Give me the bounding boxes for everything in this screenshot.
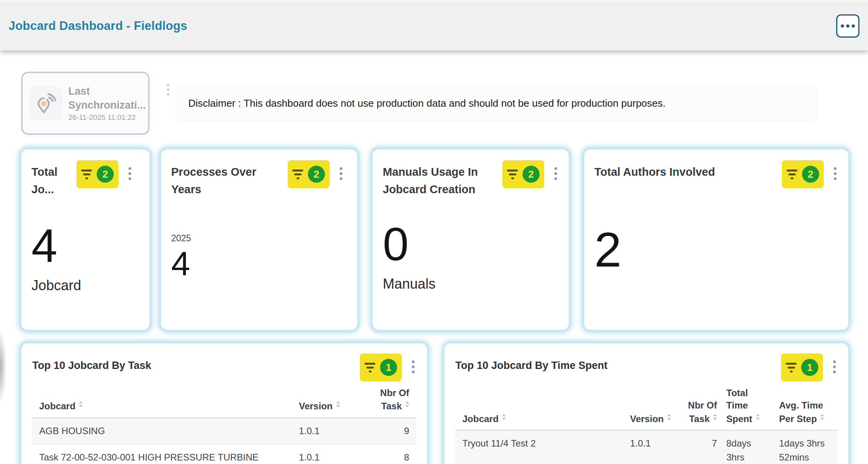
kpi-card-total-jobcard: Total Jo... 2 4 Jobcard (21, 149, 149, 330)
kpi-title: Manuals Usage In Jobcard Creation (383, 160, 502, 198)
cell-version: 1.0.1 (299, 450, 357, 464)
table-row: Tryout 11/4 Test 2 1.0.1 7 8days 3hrs 9m… (455, 431, 837, 464)
kpi-card-total-authors: Total Authors Involved 2 2 (584, 149, 848, 330)
table-row: AGB HOUSING 1.0.1 9 (32, 418, 416, 445)
cell-nbr-of-task: 9 (366, 424, 409, 438)
filter-icon (81, 170, 92, 179)
filter-chip[interactable]: 2 (782, 160, 824, 188)
filter-chip[interactable]: 2 (502, 160, 544, 188)
cell-version: 1.0.1 (299, 424, 357, 438)
sync-icon-tile (30, 87, 63, 120)
table-card-jobcard-by-task: Top 10 Jobcard By Task 1 Jobcard Version… (21, 343, 427, 464)
left-edge-shadow (0, 332, 6, 402)
sort-icon[interactable] (405, 399, 409, 409)
kpi-unit: Manuals (383, 276, 559, 292)
column-header-version[interactable]: Version (299, 399, 357, 412)
disclaimer-banner: Disclaimer : This dashboard does not use… (177, 86, 817, 120)
page-title: Jobcard Dashboard - Fieldlogs (9, 19, 187, 33)
cell-nbr-of-task: 7 (686, 436, 717, 450)
card-kebab-menu[interactable] (410, 359, 416, 375)
kpi-unit: Jobcard (31, 277, 139, 294)
sync-timestamp: 26-11-2025 11:01:22 (68, 113, 143, 122)
card-kebab-menu[interactable] (553, 166, 559, 182)
column-header-jobcard[interactable]: Jobcard (462, 412, 621, 425)
kpi-title: Total Jo... (31, 160, 76, 198)
dashboard-screen: Jobcard Dashboard - Fieldlogs Last Synch… (0, 0, 868, 464)
cell-nbr-of-task: 8 (366, 450, 409, 464)
filter-count-badge: 2 (523, 166, 540, 183)
sort-icon[interactable] (667, 412, 671, 422)
table-title: Top 10 Jobcard By Time Spent (455, 353, 781, 372)
filter-count-badge: 1 (380, 359, 397, 376)
header-more-options-button[interactable] (836, 14, 859, 38)
table-card-jobcard-by-time-spent: Top 10 Jobcard By Time Spent 1 Jobcard V… (444, 343, 848, 464)
sync-kebab-menu[interactable] (165, 82, 171, 97)
app-header: Jobcard Dashboard - Fieldlogs (0, 0, 868, 50)
filter-icon (786, 170, 797, 179)
filter-count-badge: 1 (801, 359, 818, 376)
disclaimer-text: Disclaimer : This dashboard does not use… (188, 97, 666, 109)
location-signal-icon (35, 92, 57, 114)
filter-icon (365, 363, 375, 372)
card-kebab-menu[interactable] (338, 166, 344, 182)
sort-icon[interactable] (79, 399, 83, 409)
kpi-title: Processes Over Years (171, 160, 288, 198)
column-header-nbr-of-task[interactable]: Nbr Of Task (366, 387, 409, 413)
column-header-jobcard[interactable]: Jobcard (39, 399, 290, 412)
sync-label: Last Synchronizati... (68, 85, 143, 112)
cell-version: 1.0.1 (630, 436, 677, 450)
filter-chip[interactable]: 1 (781, 353, 823, 381)
column-header-version[interactable]: Version (630, 412, 677, 425)
sort-icon[interactable] (756, 412, 760, 422)
filter-chip[interactable]: 1 (360, 353, 402, 381)
filter-icon (292, 170, 303, 179)
cell-jobcard: Task 72-00-52-030-001 HIGH PRESSURE TURB… (39, 450, 290, 464)
kpi-card-manuals-usage: Manuals Usage In Jobcard Creation 2 0 Ma… (373, 149, 569, 330)
column-header-total-time-spent[interactable]: Total Time Spent (726, 387, 770, 425)
card-kebab-menu[interactable] (832, 166, 838, 182)
filter-chip[interactable]: 2 (76, 160, 118, 188)
sort-icon[interactable] (502, 412, 506, 422)
sort-icon[interactable] (713, 412, 717, 422)
filter-chip[interactable]: 2 (288, 160, 330, 188)
table-row: Task 72-00-52-030-001 HIGH PRESSURE TURB… (32, 445, 416, 464)
kpi-value: 2 (594, 225, 838, 274)
last-sync-card: Last Synchronizati... 26-11-2025 11:01:2… (21, 72, 149, 135)
cell-total-time-spent: 8days 3hrs 9mins (726, 436, 770, 464)
card-kebab-menu[interactable] (127, 166, 133, 182)
filter-count-badge: 2 (308, 166, 325, 183)
cell-jobcard: Tryout 11/4 Test 2 (462, 436, 621, 450)
kpi-title: Total Authors Involved (594, 160, 782, 181)
sort-icon[interactable] (336, 399, 340, 409)
kpi-value: 4 (31, 222, 139, 269)
ellipsis-icon (841, 24, 844, 28)
filter-count-badge: 2 (802, 166, 819, 183)
cell-avg-time-per-step: 1days 3hrs 52mins (779, 436, 830, 464)
card-kebab-menu[interactable] (832, 359, 837, 375)
kpi-card-processes-over-years: Processes Over Years 2 2025 4 (161, 149, 357, 330)
table-header-row: Jobcard Version Nbr Of Task (32, 387, 416, 418)
column-header-nbr-of-task[interactable]: Nbr Of Task (686, 399, 717, 425)
filter-icon (786, 363, 797, 372)
kpi-value: 4 (171, 247, 347, 281)
column-header-avg-time-per-step[interactable]: Avg. Time Per Step (779, 399, 830, 425)
sort-icon[interactable] (820, 412, 824, 422)
table-title: Top 10 Jobcard By Task (32, 353, 360, 372)
table-header-row: Jobcard Version Nbr Of Task Total Time S… (455, 387, 837, 431)
filter-count-badge: 2 (97, 166, 114, 183)
filter-icon (507, 170, 518, 179)
kpi-value: 0 (383, 221, 559, 267)
kpi-year-label: 2025 (171, 233, 347, 244)
cell-jobcard: AGB HOUSING (39, 424, 290, 438)
